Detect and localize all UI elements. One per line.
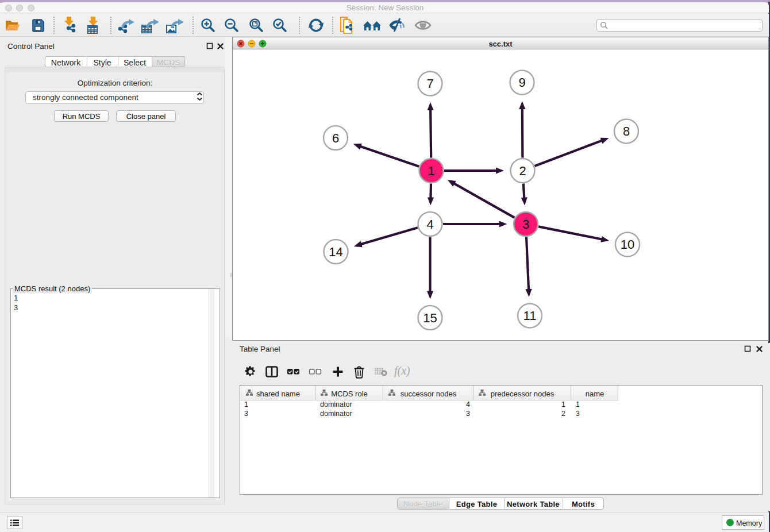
svg-text:4: 4	[426, 217, 433, 232]
svg-text:7: 7	[426, 76, 433, 91]
svg-text:6: 6	[332, 131, 339, 145]
svg-text:1: 1	[428, 164, 434, 178]
svg-text:15: 15	[423, 311, 437, 325]
svg-text:2: 2	[519, 164, 526, 178]
svg-text:9: 9	[518, 75, 525, 90]
svg-text:14: 14	[329, 245, 342, 259]
svg-text:3: 3	[522, 217, 529, 232]
svg-text:11: 11	[523, 309, 537, 323]
svg-text:8: 8	[623, 124, 630, 138]
svg-text:10: 10	[621, 237, 634, 252]
